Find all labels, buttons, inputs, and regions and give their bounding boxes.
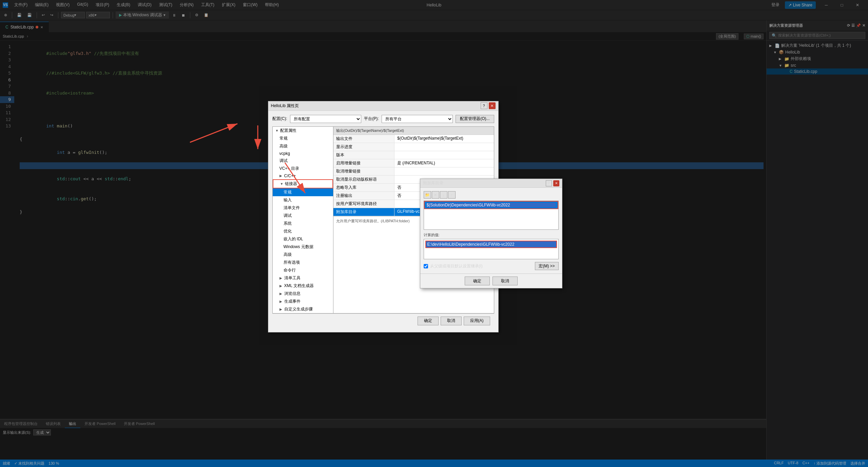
config-props-expand: ▼ — [275, 129, 279, 133]
sub-list-item-1[interactable] — [424, 201, 558, 209]
prop-row-incremental: 启用增量链接 是 (/INCREMENTAL) — [333, 159, 494, 167]
dialog-title-controls: ? ✕ — [481, 102, 496, 109]
sub-btn-delete[interactable]: ✕ — [432, 191, 439, 199]
properties-title-bar: HelloLib 属性页 ? ✕ — [268, 101, 498, 111]
config-label: 配置(C): — [272, 116, 287, 122]
sub-value-section: 计算的值: E:\dev\HelloLib\Dependencies\GLFW\… — [424, 232, 559, 259]
sub-help-button[interactable]: ? — [546, 180, 552, 186]
tree-advanced[interactable]: 高级 — [273, 142, 333, 150]
linker-expand: ▼ — [280, 182, 284, 186]
sub-btn-folder[interactable]: 📁 — [424, 191, 431, 199]
linker-all-label: 所有选项 — [284, 260, 300, 265]
sub-list — [424, 201, 559, 230]
tree-linker-debug[interactable]: 调试 — [273, 212, 333, 220]
platform-select[interactable]: 所有平台 — [382, 115, 453, 123]
properties-close-button[interactable]: ✕ — [489, 102, 496, 109]
sub-close-button[interactable]: ✕ — [553, 180, 559, 186]
cpp-expand: ▶ — [279, 174, 284, 178]
prop-name-progress: 显示进度 — [333, 143, 394, 151]
tree-linker-cmdline[interactable]: 命令行 — [273, 266, 333, 274]
linker-optimize-label: 优化 — [284, 228, 292, 234]
properties-apply-button[interactable]: 应用(A) — [464, 317, 490, 325]
tree-vc-dirs[interactable]: VC++ 目录 — [273, 165, 333, 172]
sub-btn-up[interactable]: ↑ — [448, 191, 456, 199]
sub-cancel-button[interactable]: 取消 — [493, 277, 518, 285]
prop-value-incremental[interactable]: 是 (/INCREMENTAL) — [394, 159, 494, 167]
tree-linker-advanced[interactable]: 高级 — [273, 251, 333, 259]
sub-macro-button[interactable]: 宏(M) >> — [535, 262, 558, 270]
linker-idl-label: 嵌入的 IDL — [284, 236, 303, 242]
prop-name-ignore-import: 忽略导入库 — [333, 183, 394, 191]
sub-checkbox-row: 从父级或项目默认设置继承(I) 宏(M) >> — [424, 262, 559, 270]
advanced-label: 高级 — [279, 143, 288, 149]
config-row: 配置(C): 所有配置 平台(P): 所有平台 配置管理器(O)... — [272, 115, 494, 123]
linker-input-label: 输入 — [284, 197, 292, 203]
prop-value-progress[interactable] — [394, 143, 494, 151]
sub-inherit-label: 从父级或项目默认设置继承(I) — [430, 263, 483, 269]
sub-list-input[interactable] — [427, 203, 556, 207]
linker-debug-label: 调试 — [284, 213, 292, 219]
prop-name-additional-dirs: 附加库目录 — [333, 208, 394, 216]
prop-value-output[interactable]: $(OutDir)$(TargetName)$(TargetExt) — [394, 135, 494, 143]
prop-header: 输出(OutDir)/$(TargetName)/$(TargetExt) — [333, 127, 494, 135]
tree-linker-optimize[interactable]: 优化 — [273, 227, 333, 235]
prop-row-version: 版本 — [333, 151, 494, 159]
properties-title: HelloLib 属性页 — [271, 103, 299, 109]
sub-toolbar: 📁 ✕ ↓ ↑ — [424, 191, 559, 199]
tree-config-props[interactable]: ▼ 配置属性 — [273, 127, 333, 135]
tree-linker-general[interactable]: 常规 — [273, 188, 333, 196]
sub-ok-button[interactable]: 确定 — [465, 277, 490, 285]
properties-buttons: 确定 取消 应用(A) — [272, 313, 494, 328]
prop-row-output: 输出文件 $(OutDir)$(TargetName)$(TargetExt) — [333, 135, 494, 143]
tree-debug[interactable]: 调试 — [273, 157, 333, 165]
sub-dialog-title-controls: ? ✕ — [546, 180, 559, 186]
prop-name-output: 输出文件 — [333, 135, 394, 143]
prop-value-version[interactable] — [394, 151, 494, 159]
sub-value-item-1[interactable]: E:\dev\HelloLib\Dependencies\GLFW\lib-vc… — [425, 241, 557, 248]
prop-value-cancel-incremental[interactable] — [394, 167, 494, 175]
xml-gen-label: XML 文档生成器 — [284, 283, 314, 289]
properties-ok-button[interactable]: 确定 — [418, 317, 439, 325]
tree-linker-all[interactable]: 所有选项 — [273, 259, 333, 266]
sub-list-empty — [424, 209, 558, 229]
config-select[interactable]: 所有配置 — [290, 115, 362, 123]
platform-label: 平台(P): — [364, 116, 379, 122]
properties-cancel-button[interactable]: 取消 — [441, 317, 462, 325]
sub-dialog: 附加库目录 ? ✕ 📁 ✕ ↓ ↑ 计算的值: — [420, 179, 562, 288]
tree-linker-system[interactable]: 系统 — [273, 220, 333, 227]
custom-build-expand: ▶ — [279, 307, 284, 311]
browse-expand: ▶ — [279, 292, 284, 296]
sub-dialog-buttons: 确定 取消 — [420, 273, 562, 288]
manifest-tool-expand: ▶ — [279, 276, 284, 280]
config-manager-button[interactable]: 配置管理器(O)... — [456, 115, 494, 123]
sub-inherit-checkbox[interactable] — [424, 264, 428, 268]
vcpkg-label: vcpkg — [279, 151, 290, 156]
sub-dialog-title: 附加库目录 ? ✕ — [420, 179, 562, 188]
properties-help-button[interactable]: ? — [481, 102, 487, 109]
custom-build-label: 自定义生成步骤 — [284, 306, 313, 312]
manifest-tool-label: 清单工具 — [284, 275, 301, 281]
prop-name-register: 注册输出 — [333, 191, 394, 200]
sub-dialog-body: 📁 ✕ ↓ ↑ 计算的值: E:\dev\HelloLib\Dependenci… — [420, 188, 562, 273]
tree-linker-manifest[interactable]: 清单文件 — [273, 204, 333, 212]
sub-btn-down[interactable]: ↓ — [440, 191, 447, 199]
prop-row-progress: 显示进度 — [333, 143, 494, 151]
tree-manifest-tool[interactable]: ▶ 清单工具 — [273, 274, 333, 282]
prop-name-incremental: 启用增量链接 — [333, 159, 394, 167]
tree-cpp[interactable]: ▶ C/C++ — [273, 172, 333, 179]
browse-label: 浏览信息 — [284, 291, 301, 297]
linker-general-label: 常规 — [284, 189, 292, 195]
tree-custom-build[interactable]: ▶ 自定义生成步骤 — [273, 305, 333, 313]
prop-name-cancel-incremental: 取消增量链接 — [333, 167, 394, 175]
tree-build-events[interactable]: ▶ 生成事件 — [273, 298, 333, 305]
tree-browse[interactable]: ▶ 浏览信息 — [273, 290, 333, 298]
tree-vcpkg[interactable]: vcpkg — [273, 150, 333, 157]
prop-name-version: 版本 — [333, 151, 394, 159]
linker-label: 链接器 — [285, 181, 297, 187]
tree-linker-input[interactable]: 输入 — [273, 196, 333, 204]
tree-general[interactable]: 常规 — [273, 135, 333, 142]
tree-xml-gen[interactable]: ▶ XML 文档生成器 — [273, 282, 333, 290]
tree-linker-idl[interactable]: 嵌入的 IDL — [273, 235, 333, 243]
tree-linker-metadata[interactable]: Windows 元数据 — [273, 243, 333, 251]
tree-linker[interactable]: ▼ 链接器 — [273, 179, 333, 188]
